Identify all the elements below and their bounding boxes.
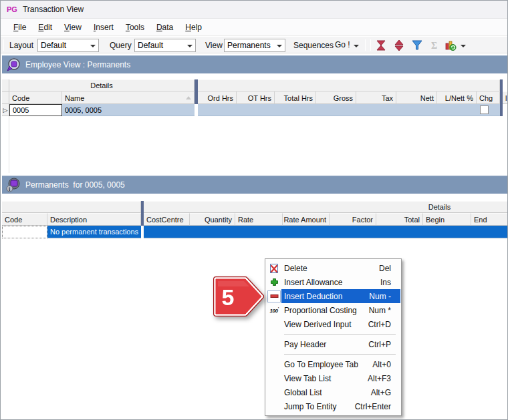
grid1-col-totalhrs[interactable]: Total Hrs [275,91,316,104]
grid2-code-cell[interactable] [2,226,47,238]
layout-combobox[interactable]: Default [37,39,99,52]
col-label: Description [50,216,87,224]
grid1-col-chg[interactable]: Chg [477,91,500,104]
menu-item-shortcut: Alt+F3 [368,374,401,383]
menu-file[interactable]: File [7,21,32,34]
menu-edit[interactable]: Edit [32,21,58,34]
toolbar-overflow-icon[interactable] [461,45,466,47]
sort-ascending-icon [186,96,191,99]
menu-help[interactable]: Help [179,21,208,34]
menu-data[interactable]: Data [150,21,179,34]
menu-item-label: Global List [283,388,371,397]
grid2-col-end[interactable]: End [471,213,508,226]
menu-bar: File Edit View Insert Tools Data Help [1,19,507,36]
menu-item-label: View Derived Input [283,320,368,329]
col-label: Quantity [205,216,232,224]
grid2-col-total[interactable]: Total [376,213,423,226]
query-label: Query [110,41,132,50]
go-button[interactable]: Go ! [335,40,350,49]
menu-tools[interactable]: Tools [120,21,150,34]
grid2-col-quantity[interactable]: Quantity [190,213,235,226]
menu-item-delete[interactable]: Delete Del [265,261,401,275]
grid2-col-description[interactable]: Description [47,213,141,226]
grid2-group-left [2,201,141,213]
chevron-down-icon[interactable] [90,45,96,47]
grid2-row-right[interactable] [144,226,508,238]
chart-refresh-icon[interactable] [444,39,457,51]
expand-sort-icon[interactable] [393,39,405,51]
toolbar-overflow-icon[interactable] [354,45,359,47]
col-label: Total [404,216,420,224]
chevron-down-icon[interactable] [277,45,282,47]
menu-item-go-to-employee-tab[interactable]: Go To Employee Tab Alt+0 [265,357,401,371]
grid2-col-begin[interactable]: Begin [423,213,471,226]
menu-item-label: Jump To Entity [283,402,355,411]
grid1-corner [2,79,9,91]
grid1-col-gross[interactable]: Gross [316,91,356,104]
menu-item-global-list[interactable]: Global List Alt+G [265,385,401,399]
col-label: L/Nett % [445,94,473,102]
grid2-col-code[interactable]: Code [2,213,47,226]
svg-text:Σ: Σ [431,41,437,51]
view-combobox[interactable]: Permanents [224,39,285,52]
col-label: Ord Hrs [208,94,234,102]
col-label: End [474,216,487,224]
grid1-row-selector[interactable]: ▷ [2,104,9,116]
grid1-col-code[interactable]: Code [9,91,62,104]
col-label: Chg [479,94,493,102]
menu-insert[interactable]: Insert [88,21,120,34]
menu-item-shortcut: Alt+0 [372,360,401,369]
grid2-col-costcentre[interactable]: CostCentre [144,213,190,226]
grid1-row-right[interactable] [198,104,500,116]
col-label: Gross [334,94,353,102]
toolbar-separator [370,39,371,51]
menu-item-jump-to-entity[interactable]: Jump To Entity Ctrl+Enter [265,399,401,413]
menu-item-label: Delete [283,264,379,273]
employee-panel-title: Employee View : Permanents [25,60,130,69]
grid1-group-details: Details [9,79,195,91]
grid1-col-nett[interactable]: Nett [396,91,437,104]
employee-view-icon [6,57,21,72]
collapse-hourglass-icon[interactable] [375,39,387,51]
toolbar-grip [3,39,4,51]
menu-item-proportional-costing[interactable]: 100′ Proportional Costing Num * [265,303,401,317]
filter-funnel-icon[interactable] [411,39,423,51]
cell-value: 0005, 0005 [65,106,102,114]
menu-item-shortcut: Ins [380,278,401,287]
chg-checkbox[interactable] [480,106,489,114]
grid2-col-rate[interactable]: Rate [235,213,283,226]
grid1-col-tax[interactable]: Tax [356,91,396,104]
grid1-col-ordhrs[interactable]: Ord Hrs [198,91,237,104]
grid1-name-cell[interactable]: 0005, 0005 [62,104,195,116]
layout-value: Default [41,41,66,50]
proportional-costing-icon: 100′ [265,306,283,314]
menu-item-pay-header[interactable]: Pay Header Ctrl+P [265,337,401,351]
col-label: Name [65,94,84,102]
row-arrow-icon: ▷ [3,107,8,114]
grid1-col-lnett[interactable]: L/Nett % [437,91,477,104]
chevron-down-icon[interactable] [187,45,193,47]
grid2-description-cell[interactable]: No permanent transactions [47,226,141,238]
col-label: Factor [352,216,373,224]
grid2-col-rateamount[interactable]: Rate Amount [283,213,330,226]
menu-item-insert-allowance[interactable]: Insert Allowance Ins [265,275,401,289]
query-value: Default [138,41,163,50]
query-combobox[interactable]: Default [134,39,196,52]
toolbar-separator [365,39,366,51]
col-label: Rate Amount [283,216,326,224]
menu-separator [284,334,396,335]
grid1-col-clipped: l [503,91,508,104]
menu-view[interactable]: View [58,21,88,34]
cell-value: No permanent transactions [50,228,138,236]
menu-item-view-tab-list[interactable]: View Tab List Alt+F3 [265,371,401,385]
grid1-col-name[interactable]: Name [62,91,195,104]
grid1-code-cell[interactable]: 0005 [9,104,62,116]
badge-number: 5 [222,284,235,310]
menu-separator [284,354,396,355]
menu-item-shortcut: Del [379,264,401,273]
grid2-col-factor[interactable]: Factor [330,213,376,226]
menu-item-insert-deduction[interactable]: Insert Deduction Num - [265,289,401,303]
grid1-col-othrs[interactable]: OT Hrs [237,91,275,104]
col-label: Total Hrs [284,94,313,102]
menu-item-view-derived-input[interactable]: View Derived Input Ctrl+D [265,317,401,331]
